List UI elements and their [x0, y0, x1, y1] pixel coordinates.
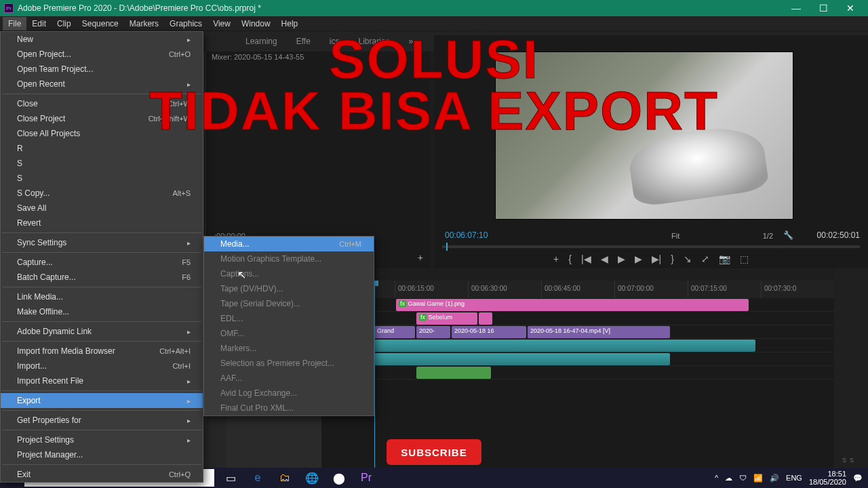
- menu-item-make-offline-[interactable]: Make Offline...: [1, 304, 203, 319]
- menu-graphics[interactable]: Graphics: [164, 17, 208, 30]
- menu-item-capture-[interactable]: Capture...F5: [1, 255, 203, 270]
- menu-file[interactable]: File: [3, 17, 26, 30]
- tray-wifi-icon[interactable]: 📶: [753, 474, 763, 483]
- submenu-item-aaf-: AAF...: [204, 371, 374, 386]
- clip[interactable]: Grand: [374, 326, 415, 338]
- menu-help[interactable]: Help: [276, 17, 304, 30]
- premiere-icon[interactable]: Pr: [353, 468, 380, 488]
- menu-item-revert[interactable]: Revert: [1, 216, 203, 230]
- submenu-item-selection-as-premiere-project-: Selection as Premiere Project...: [204, 356, 374, 371]
- audio-clip[interactable]: [416, 367, 491, 379]
- ws-tab-learning[interactable]: Learning: [244, 34, 279, 49]
- play-icon[interactable]: ▶: [618, 253, 625, 264]
- ws-tab-more[interactable]: »: [408, 34, 415, 49]
- clip[interactable]: 2020-05-18 16: [452, 326, 526, 338]
- tray-chevron-icon[interactable]: ^: [715, 474, 718, 482]
- menu-item-sync-settings[interactable]: Sync Settings ▸: [1, 235, 203, 250]
- export-frame-icon[interactable]: 📷: [719, 253, 730, 264]
- program-duration: 00:02:50:01: [817, 230, 860, 240]
- menu-item-batch-capture-[interactable]: Batch Capture...F6: [1, 270, 203, 285]
- obs-icon[interactable]: ⬤: [326, 468, 353, 488]
- chrome-icon[interactable]: 🌐: [298, 468, 326, 488]
- menu-item-project-settings[interactable]: Project Settings ▸: [1, 432, 203, 447]
- menu-item-import-from-media-browser[interactable]: Import from Media BrowserCtrl+Alt+I: [1, 344, 203, 359]
- submenu-item-tape-dv-hdv-: Tape (DV/HDV)...: [204, 281, 374, 296]
- tray-onedrive-icon[interactable]: ☁: [725, 474, 732, 483]
- program-preview: [495, 52, 793, 220]
- menu-item-close-project[interactable]: Close ProjectCtrl+Shift+W: [1, 111, 203, 126]
- submenu-item-omf-: OMF...: [204, 326, 374, 341]
- ws-tab-libraries[interactable]: Libraries: [357, 34, 391, 49]
- tray-defender-icon[interactable]: 🛡: [739, 474, 747, 482]
- close-button[interactable]: ✕: [837, 0, 864, 16]
- tray-notifications-icon[interactable]: 💬: [853, 474, 863, 483]
- ws-tab[interactable]: ics: [328, 34, 341, 49]
- menu-view[interactable]: View: [208, 17, 236, 30]
- ws-tab[interactable]: Effe: [295, 34, 312, 49]
- program-timecode[interactable]: 00:06:07:10: [445, 230, 488, 240]
- menu-item-export[interactable]: Export ▸: [1, 393, 203, 408]
- program-monitor: 00:06:07:10 Fit 1/2 🔧 00:02:50:01 + { |◀…: [434, 35, 868, 268]
- menu-item-s[interactable]: S: [1, 156, 203, 171]
- menu-item-import-[interactable]: Import...Ctrl+I: [1, 359, 203, 373]
- submenu-item-media-[interactable]: Media...Ctrl+M: [204, 237, 374, 251]
- menu-item-close-all-projects[interactable]: Close All Projects: [1, 126, 203, 141]
- menu-edit[interactable]: Edit: [26, 17, 52, 30]
- menu-item-close[interactable]: CloseCtrl+W: [1, 96, 203, 111]
- menu-sequence[interactable]: Sequence: [77, 17, 124, 30]
- comparison-icon[interactable]: ⬚: [740, 253, 749, 264]
- taskbar-clock[interactable]: 18:51 18/05/2020: [809, 470, 846, 486]
- timeline-ruler[interactable]: 0:06:0000:06:15:0000:06:30:0000:06:45:00…: [321, 281, 834, 298]
- menu-item-get-properties-for[interactable]: Get Properties for ▸: [1, 413, 203, 428]
- minimize-button[interactable]: —: [783, 0, 810, 16]
- menu-item-save-all[interactable]: Save All: [1, 201, 203, 216]
- clip[interactable]: 2020-: [416, 326, 450, 338]
- edge-icon[interactable]: e: [244, 468, 271, 488]
- explorer-icon[interactable]: 🗂: [271, 468, 298, 488]
- audio-clip[interactable]: [321, 340, 755, 352]
- go-out-icon[interactable]: ▶|: [652, 253, 662, 264]
- tray-lang[interactable]: ENG: [786, 474, 802, 482]
- menu-markers[interactable]: Markers: [124, 17, 164, 30]
- program-scrubber[interactable]: [442, 245, 860, 248]
- menu-item-project-manager-[interactable]: Project Manager...: [1, 447, 203, 462]
- settings-icon[interactable]: 🔧: [783, 230, 793, 240]
- source-header: Mixer: 2020-05-15 14-43-55: [206, 52, 430, 65]
- source-add-button[interactable]: +: [418, 252, 423, 263]
- playhead[interactable]: [374, 281, 375, 468]
- clip[interactable]: fx Sebelum: [416, 312, 477, 325]
- zoom-fit[interactable]: Fit: [671, 232, 679, 240]
- menu-window[interactable]: Window: [236, 17, 276, 30]
- clip[interactable]: [479, 312, 492, 325]
- tray-volume-icon[interactable]: 🔊: [770, 474, 779, 483]
- menu-item-open-team-project-[interactable]: Open Team Project...: [1, 62, 203, 77]
- maximize-button[interactable]: ☐: [810, 0, 837, 16]
- menu-item-link-media-[interactable]: Link Media...: [1, 289, 203, 304]
- mark-out-icon[interactable]: }: [671, 253, 674, 264]
- mark-in-icon[interactable]: {: [568, 253, 572, 264]
- task-view-icon[interactable]: ▭: [217, 468, 244, 488]
- car-image: [626, 122, 770, 208]
- menu-item-s-copy-[interactable]: S Copy...Alt+S: [1, 186, 203, 201]
- go-in-icon[interactable]: |◀: [581, 253, 591, 264]
- resolution-half[interactable]: 1/2: [763, 232, 773, 240]
- menu-item-new[interactable]: New ▸: [1, 32, 203, 47]
- menu-item-r[interactable]: R: [1, 141, 203, 156]
- add-marker-icon[interactable]: +: [553, 253, 559, 264]
- menu-item-import-recent-file[interactable]: Import Recent File ▸: [1, 373, 203, 388]
- lift-icon[interactable]: ↘: [684, 253, 692, 264]
- clip[interactable]: fx Gawai Game (1).png: [396, 299, 749, 311]
- menu-item-adobe-dynamic-link[interactable]: Adobe Dynamic Link ▸: [1, 324, 203, 339]
- step-back-icon[interactable]: ◀: [601, 253, 608, 264]
- step-fwd-icon[interactable]: ▶: [635, 253, 642, 264]
- transport-controls: + { |◀ ◀ ▶ ▶ ▶| } ↘ ⤢ 📷 ⬚: [434, 253, 868, 264]
- menu-item-open-project-[interactable]: Open Project...Ctrl+O: [1, 47, 203, 62]
- subscribe-button[interactable]: SUBSCRIBE: [387, 439, 481, 465]
- menu-item-s[interactable]: S: [1, 171, 203, 186]
- menu-clip[interactable]: Clip: [52, 17, 77, 30]
- menu-item-open-recent[interactable]: Open Recent ▸: [1, 77, 203, 92]
- menu-item-exit[interactable]: ExitCtrl+Q: [1, 467, 203, 482]
- audio-clip[interactable]: [374, 353, 670, 365]
- clip[interactable]: 2020-05-18 16-47-04.mp4 [V]: [528, 326, 670, 338]
- extract-icon[interactable]: ⤢: [701, 253, 709, 264]
